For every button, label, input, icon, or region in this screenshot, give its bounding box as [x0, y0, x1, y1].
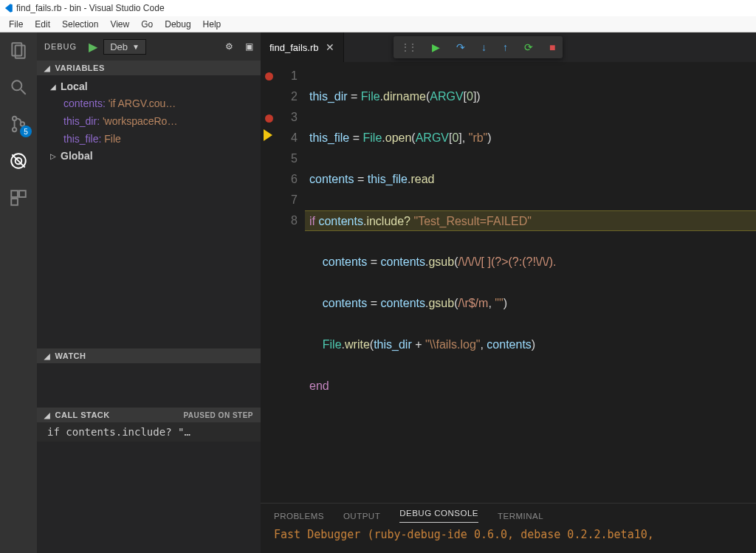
callstack-header[interactable]: ◢CALL STACKPAUSED ON STEP	[37, 408, 261, 422]
svg-rect-12	[11, 199, 18, 205]
svg-rect-11	[19, 190, 26, 197]
menu-view[interactable]: View	[104, 18, 135, 31]
current-line-arrow-icon	[264, 129, 272, 141]
stop-icon[interactable]: ■	[549, 41, 555, 53]
breakpoint-icon[interactable]	[265, 114, 273, 123]
step-over-icon[interactable]: ↷	[456, 41, 465, 53]
svg-point-5	[13, 128, 16, 131]
explorer-icon[interactable]	[8, 40, 29, 61]
debug-label: DEBUG	[44, 42, 77, 51]
source-control-icon[interactable]: 5	[8, 114, 29, 134]
svg-line-3	[21, 89, 26, 95]
watch-section: ◢WATCH	[37, 348, 261, 408]
callstack-section: ◢CALL STACKPAUSED ON STEP if contents.in…	[37, 408, 261, 442]
chevron-down-icon: ◢	[44, 352, 51, 360]
line-numbers: 12345678	[277, 62, 305, 503]
watch-header[interactable]: ◢WATCH	[37, 348, 261, 363]
tab-bar: find_fails.rb ✕ ⋮⋮ ▶ ↷ ↓ ↑ ⟳ ■	[261, 32, 756, 62]
stack-frame[interactable]: if contents.include? "…	[37, 422, 261, 442]
variables-header[interactable]: ◢VARIABLES	[37, 61, 261, 75]
menu-edit[interactable]: Edit	[29, 18, 56, 31]
variable-row[interactable]: this_file: File	[37, 130, 261, 148]
variables-section: ◢VARIABLES ◢Local contents: 'if ARGV.cou…	[37, 61, 261, 348]
panel-tab-problems[interactable]: PROBLEMS	[274, 512, 324, 521]
menu-go[interactable]: Go	[135, 18, 159, 31]
search-icon[interactable]	[8, 77, 29, 97]
panel-tab-terminal[interactable]: TERMINAL	[498, 512, 543, 521]
svg-point-2	[12, 80, 21, 90]
scope-local[interactable]: ◢Local	[37, 78, 261, 95]
debug-toolbar: ⋮⋮ ▶ ↷ ↓ ↑ ⟳ ■	[394, 36, 563, 58]
code-editor[interactable]: 12345678 this_dir = File.dirname(ARGV[0]…	[261, 62, 756, 503]
step-out-icon[interactable]: ↑	[503, 41, 508, 53]
glyph-margin[interactable]	[261, 62, 277, 503]
restart-icon[interactable]: ⟳	[524, 41, 533, 53]
panel-tab-debug-console[interactable]: DEBUG CONSOLE	[399, 509, 478, 523]
svg-rect-10	[11, 190, 18, 197]
step-into-icon[interactable]: ↓	[481, 41, 487, 53]
extensions-icon[interactable]	[8, 188, 29, 208]
chevron-down-icon: ◢	[50, 83, 56, 91]
debug-console-icon[interactable]: ▣	[245, 41, 253, 52]
editor-area: find_fails.rb ✕ ⋮⋮ ▶ ↷ ↓ ↑ ⟳ ■	[261, 32, 756, 553]
debug-config-dropdown[interactable]: Deb ▼	[103, 39, 146, 55]
gear-icon[interactable]: ⚙	[225, 41, 233, 52]
debug-sidebar: DEBUG ▶ Deb ▼ ⚙ ▣ ◢VARIABLES ◢Local cont…	[37, 32, 261, 553]
activity-bar: 5	[0, 32, 37, 553]
breakpoint-icon[interactable]	[265, 72, 273, 80]
tab-label: find_fails.rb	[269, 42, 318, 53]
scope-global[interactable]: ▷Global	[37, 148, 261, 164]
menu-bar: File Edit Selection View Go Debug Help	[0, 16, 756, 32]
vscode-logo-icon	[3, 3, 13, 13]
panel-tab-output[interactable]: OUTPUT	[343, 512, 380, 521]
chevron-down-icon: ◢	[44, 411, 51, 419]
continue-icon[interactable]: ▶	[432, 41, 440, 53]
panel-tabs: PROBLEMS OUTPUT DEBUG CONSOLE TERMINAL	[261, 504, 756, 528]
callstack-status: PAUSED ON STEP	[183, 411, 253, 419]
debug-icon[interactable]	[8, 151, 29, 171]
bottom-panel: PROBLEMS OUTPUT DEBUG CONSOLE TERMINAL F…	[261, 503, 756, 553]
menu-file[interactable]: File	[3, 18, 29, 31]
debug-header: DEBUG ▶ Deb ▼ ⚙ ▣	[37, 32, 261, 61]
drag-handle-icon[interactable]: ⋮⋮	[401, 42, 416, 52]
window-title: find_fails.rb - bin - Visual Studio Code	[16, 3, 165, 13]
variable-row[interactable]: contents: 'if ARGV.cou…	[37, 95, 261, 112]
scm-badge: 5	[20, 126, 32, 137]
menu-help[interactable]: Help	[197, 18, 227, 31]
title-bar: find_fails.rb - bin - Visual Studio Code	[0, 0, 756, 16]
code-content[interactable]: this_dir = File.dirname(ARGV[0]) this_fi…	[305, 62, 756, 503]
menu-debug[interactable]: Debug	[159, 18, 196, 31]
start-debug-icon[interactable]: ▶	[89, 40, 97, 54]
variable-row[interactable]: this_dir: 'workspaceRo…	[37, 112, 261, 130]
tab-file[interactable]: find_fails.rb ✕	[261, 32, 344, 62]
svg-line-9	[12, 154, 24, 167]
chevron-right-icon: ▷	[50, 152, 56, 160]
svg-point-4	[13, 117, 16, 120]
close-icon[interactable]: ✕	[326, 41, 334, 53]
debug-console-output[interactable]: Fast Debugger (ruby-debug-ide 0.6.0, deb…	[261, 528, 756, 541]
chevron-down-icon: ◢	[44, 64, 51, 72]
menu-selection[interactable]: Selection	[56, 18, 104, 31]
